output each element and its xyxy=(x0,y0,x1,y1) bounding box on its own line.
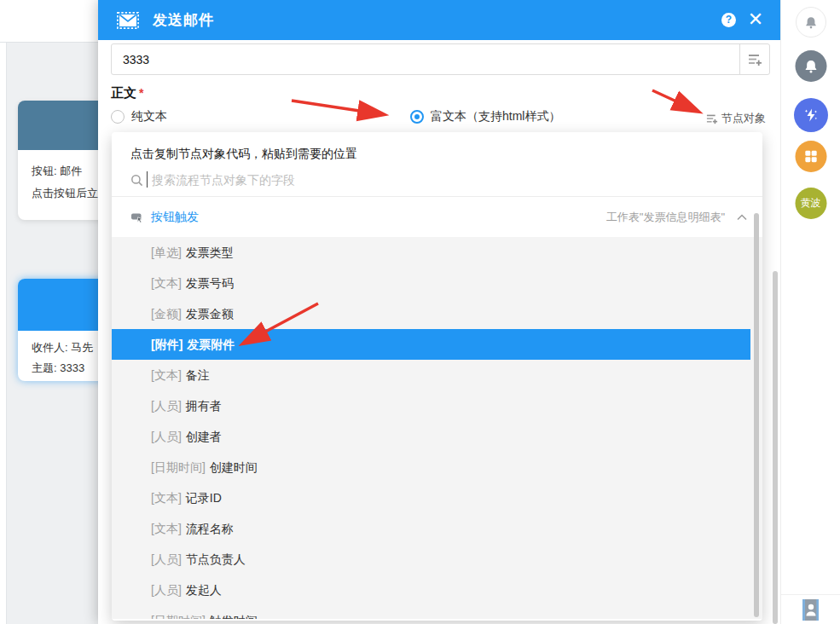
item-type-tag: [文本] xyxy=(151,522,182,535)
list-item[interactable]: [人员]发起人 xyxy=(112,575,750,605)
subject-input[interactable] xyxy=(112,44,739,74)
body-label: 正文* xyxy=(111,85,143,101)
radio-circle xyxy=(410,110,424,124)
item-name: 记录ID xyxy=(186,491,222,505)
radio-plain-text[interactable]: 纯文本 xyxy=(111,109,167,124)
item-type-tag: [单选] xyxy=(151,246,182,259)
dropdown-scrollbar[interactable] xyxy=(754,213,759,617)
group-worksheet-label: 工作表"发票信息明细表" xyxy=(606,210,725,225)
radio-label: 富文本（支持html样式） xyxy=(431,109,560,124)
item-name: 创建者 xyxy=(186,430,222,443)
item-type-tag: [文本] xyxy=(151,276,182,290)
list-item[interactable]: [人员]节点负责人 xyxy=(112,544,750,575)
contacts-button[interactable] xyxy=(801,598,820,624)
insert-field-icon xyxy=(706,113,718,124)
bell-outline-icon xyxy=(803,14,819,31)
radio-rich-text[interactable]: 富文本（支持html样式） xyxy=(410,109,560,124)
notifications-button[interactable] xyxy=(795,50,826,82)
group-header: 按钮触发 工作表"发票信息明细表" xyxy=(112,197,762,237)
insert-field-button[interactable] xyxy=(739,44,769,74)
list-item[interactable]: [文本]备注 xyxy=(112,360,750,390)
item-name: 发票金额 xyxy=(186,307,234,321)
item-name: 发票类型 xyxy=(186,246,234,259)
search-input[interactable] xyxy=(152,173,762,187)
item-type-tag: [文本] xyxy=(151,368,182,382)
close-icon[interactable]: ✕ xyxy=(745,9,766,30)
list-item[interactable]: [单选]发票类型 xyxy=(112,237,750,268)
copy-hint: 点击复制节点对象代码，粘贴到需要的位置 xyxy=(112,132,762,162)
right-sidebar: 黄波 xyxy=(780,0,840,624)
send-email-modal: 发送邮件 ? ✕ 正文* 纯文本 xyxy=(98,0,780,624)
item-type-tag: [人员] xyxy=(151,399,182,413)
left-rail xyxy=(0,43,7,624)
contacts-icon xyxy=(801,598,820,621)
item-type-tag: [日期时间] xyxy=(151,614,206,619)
text-caret xyxy=(147,171,148,188)
apps-button[interactable] xyxy=(795,141,826,172)
sidebar-divider xyxy=(781,594,840,595)
item-type-tag: [文本] xyxy=(151,491,182,505)
field-list: [单选]发票类型 [文本]发票号码 [金额]发票金额 [附件]发票附件 [文本]… xyxy=(112,237,762,619)
list-item[interactable]: [文本]发票号码 xyxy=(112,268,750,298)
modal-header: 发送邮件 ? ✕ xyxy=(98,0,780,40)
help-icon[interactable]: ? xyxy=(721,13,736,27)
modal-scrollbar[interactable] xyxy=(773,271,778,624)
apps-grid-icon xyxy=(802,148,819,165)
notifications-outline-button[interactable] xyxy=(796,7,826,38)
envelope-stamp-icon xyxy=(117,12,139,29)
list-item[interactable]: [文本]流程名称 xyxy=(112,513,750,544)
page-root: 流程 按钮: 邮件 点击按钮后立 收件人: 马先 主题: 3333 发送邮件 ?… xyxy=(0,0,840,624)
item-name: 发票号码 xyxy=(186,276,234,290)
insert-field-icon xyxy=(748,53,762,66)
list-item[interactable]: [金额]发票金额 xyxy=(112,298,750,329)
node-object-dropdown: 点击复制节点对象代码，粘贴到需要的位置 按钮触发 工作表"发票信息明细表" xyxy=(112,132,762,621)
list-item[interactable]: [人员]拥有者 xyxy=(112,390,750,421)
node-object-label: 节点对象 xyxy=(721,111,766,126)
search-row xyxy=(112,164,762,196)
item-type-tag: [附件] xyxy=(151,338,182,351)
required-asterisk: * xyxy=(139,86,143,100)
bell-filled-icon xyxy=(802,58,819,75)
item-name: 创建时间 xyxy=(210,460,258,474)
ai-assistant-button[interactable] xyxy=(794,98,828,132)
item-name: 发票附件 xyxy=(187,338,235,351)
modal-title: 发送邮件 xyxy=(153,10,214,30)
list-item[interactable]: [附件]发票附件 xyxy=(112,329,750,360)
item-type-tag: [人员] xyxy=(151,583,182,597)
item-type-tag: [金额] xyxy=(151,307,182,321)
node-object-button[interactable]: 节点对象 xyxy=(706,111,766,126)
item-name: 备注 xyxy=(186,368,210,382)
chevron-up-icon[interactable] xyxy=(737,214,747,221)
list-item[interactable]: [人员]创建者 xyxy=(112,421,750,452)
group-trigger-link[interactable]: 按钮触发 xyxy=(151,210,199,225)
list-item[interactable]: [文本]记录ID xyxy=(112,482,750,513)
list-item[interactable]: [日期时间]创建时间 xyxy=(112,452,750,482)
button-trigger-icon xyxy=(130,211,143,223)
item-name: 拥有者 xyxy=(186,399,222,413)
item-type-tag: [人员] xyxy=(151,430,182,443)
radio-label: 纯文本 xyxy=(131,109,167,124)
search-icon xyxy=(130,174,143,187)
item-type-tag: [日期时间] xyxy=(151,460,206,474)
item-name: 发起人 xyxy=(186,583,222,597)
item-name: 触发时间 xyxy=(210,614,258,619)
subject-field xyxy=(111,43,770,75)
ai-lightning-icon xyxy=(802,106,820,124)
list-item[interactable]: [日期时间]触发时间 xyxy=(112,605,750,619)
avatar[interactable]: 黄波 xyxy=(795,188,826,219)
item-type-tag: [人员] xyxy=(151,552,182,566)
item-name: 节点负责人 xyxy=(186,552,246,566)
radio-circle xyxy=(111,110,125,124)
item-name: 流程名称 xyxy=(186,522,234,535)
